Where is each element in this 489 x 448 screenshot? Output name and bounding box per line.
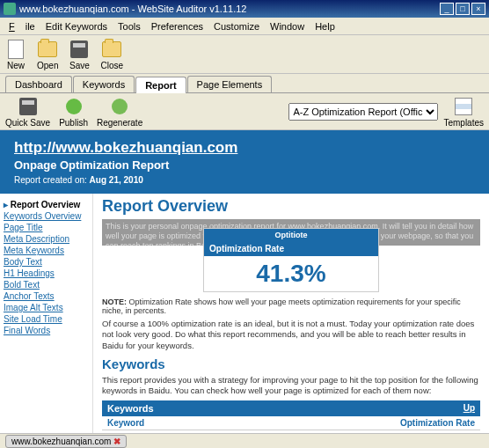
main-toolbar: New Open Save Close <box>0 35 489 74</box>
nav-final-words[interactable]: Final Words <box>4 325 89 336</box>
note-text: Note: Optimization Rate shows how well y… <box>102 297 480 315</box>
table-row: 1 博客赚钱 38.6% <box>102 430 480 433</box>
menu-customize[interactable]: Customize <box>208 19 265 33</box>
section-heading: Report Overview <box>102 197 480 216</box>
report-nav: Report Overview Keywords Overview Page T… <box>0 194 93 433</box>
opt-rate-value: 41.3% <box>204 256 378 291</box>
close-project-button[interactable]: Close <box>100 39 123 70</box>
templates-icon <box>455 98 472 115</box>
close-tab-icon[interactable]: ✖ <box>113 437 120 446</box>
nav-h1-headings[interactable]: H1 Headings <box>4 268 89 279</box>
report-date: Report created on: Aug 21, 2010 <box>14 175 475 185</box>
app-icon <box>4 3 16 15</box>
nav-meta-keywords[interactable]: Meta Keywords <box>4 245 89 256</box>
folder-close-icon <box>102 41 121 57</box>
project-tab[interactable]: www.bokezhuanqian.com ✖ <box>5 435 127 448</box>
report-url: http://www.bokezhuanqian.com <box>14 139 475 157</box>
keywords-para: This report provides you with a strategy… <box>102 375 480 397</box>
menu-tools[interactable]: Tools <box>113 19 146 33</box>
optimization-rate-box: Optitiote Optimization Rate 41.3% <box>203 228 379 292</box>
up-link[interactable]: Up <box>253 400 480 416</box>
report-subtitle: Onpage Optimization Report <box>14 158 475 172</box>
menubar: File Edit Keywords Tools Preferences Cus… <box>0 18 489 35</box>
col-rate: Optimization Rate <box>253 416 480 430</box>
keywords-table: KeywordsUp KeywordOptimization Rate 1 博客… <box>102 400 480 433</box>
tab-page-elements[interactable]: Page Elements <box>187 76 273 92</box>
nav-bold-text[interactable]: Bold Text <box>4 279 89 290</box>
template-select[interactable]: A-Z Optimization Report (Office Blue) <box>288 103 438 121</box>
statusbar: www.bokezhuanqian.com ✖ <box>0 433 489 448</box>
nav-meta-description[interactable]: Meta Description <box>4 233 89 245</box>
menu-window[interactable]: Window <box>265 19 310 33</box>
refresh-icon <box>112 99 128 114</box>
nav-body-text[interactable]: Body Text <box>4 256 89 268</box>
nav-keywords-overview[interactable]: Keywords Overview <box>4 210 89 222</box>
save-button[interactable]: Save <box>69 39 90 70</box>
templates-button[interactable]: Templates <box>443 96 484 128</box>
globe-icon <box>66 99 82 114</box>
new-button[interactable]: New <box>5 39 26 70</box>
report-banner: http://www.bokezhuanqian.com Onpage Opti… <box>0 130 489 194</box>
tab-keywords[interactable]: Keywords <box>73 76 135 92</box>
tab-report[interactable]: Report <box>135 77 186 93</box>
maximize-button[interactable]: □ <box>456 3 470 15</box>
disk-icon <box>19 98 37 115</box>
quick-save-button[interactable]: Quick Save <box>5 96 50 128</box>
page-icon <box>8 40 24 59</box>
regenerate-button[interactable]: Regenerate <box>97 96 142 128</box>
menu-help[interactable]: Help <box>310 19 340 33</box>
close-button[interactable]: × <box>471 3 485 15</box>
opt-header: Optimization Rate <box>204 241 378 256</box>
report-content: http://www.bokezhuanqian.com Onpage Opti… <box>0 130 489 433</box>
window-title: www.bokezhuanqian.com - WebSite Auditor … <box>19 4 246 14</box>
publish-button[interactable]: Publish <box>59 96 88 128</box>
open-button[interactable]: Open <box>37 39 58 70</box>
nav-anchor-texts[interactable]: Anchor Texts <box>4 290 89 302</box>
report-toolbar: Quick Save Publish Regenerate A-Z Optimi… <box>0 93 489 130</box>
report-body[interactable]: Report Overview This is your personal on… <box>93 194 489 433</box>
nav-report-overview[interactable]: Report Overview <box>4 199 89 210</box>
col-keyword: Keyword <box>102 416 253 430</box>
para-advice: Of course a 100% optimization rate is an… <box>102 319 480 351</box>
nav-image-alt-texts[interactable]: Image Alt Texts <box>4 302 89 313</box>
menu-edit-keywords[interactable]: Edit Keywords <box>40 19 113 33</box>
nav-page-title[interactable]: Page Title <box>4 222 89 233</box>
keywords-heading: Keywords <box>102 356 480 371</box>
minimize-button[interactable]: _ <box>440 3 454 15</box>
nav-site-load-time[interactable]: Site Load Time <box>4 313 89 325</box>
window-titlebar: www.bokezhuanqian.com - WebSite Auditor … <box>0 0 489 18</box>
folder-icon <box>38 41 57 57</box>
view-tabs: Dashboard Keywords Report Page Elements <box>0 74 489 93</box>
disk-icon <box>70 40 88 58</box>
menu-preferences[interactable]: Preferences <box>146 19 208 33</box>
tab-dashboard[interactable]: Dashboard <box>5 76 72 92</box>
menu-file[interactable]: File <box>4 19 40 33</box>
table-title: Keywords <box>102 400 253 416</box>
opt-small-header: Optitiote <box>204 229 378 241</box>
